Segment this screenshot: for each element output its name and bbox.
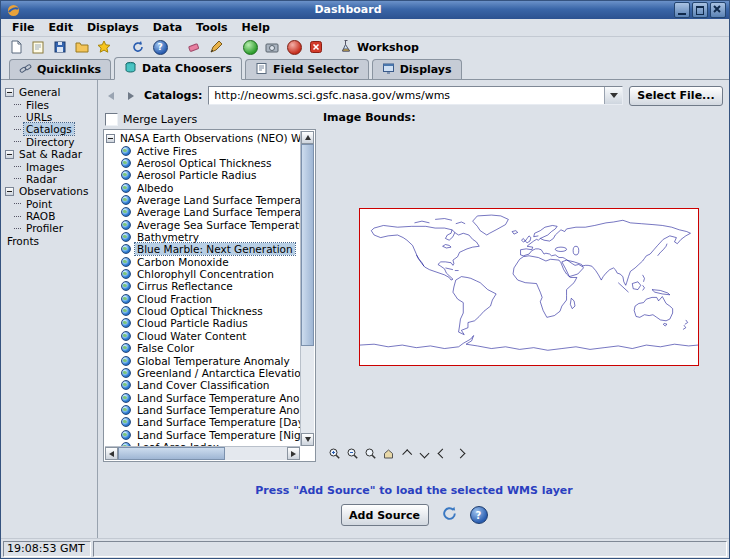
wms-layer-item[interactable]: Bathymetry — [106, 231, 300, 243]
sidebar-tree-item[interactable]: Fronts — [1, 235, 97, 247]
wms-layer-item[interactable]: Cloud Water Content — [106, 330, 300, 342]
wms-layer-item[interactable]: Aerosol Optical Thickness — [106, 157, 300, 169]
pan-right-icon[interactable] — [453, 446, 468, 461]
close-button[interactable] — [710, 2, 726, 18]
wms-layer-item[interactable]: Average Sea Surface Temperatur — [106, 219, 300, 231]
tree-branch-line — [14, 203, 21, 204]
sidebar-tree-item[interactable]: Directory — [1, 136, 97, 148]
combobox-dropdown-icon[interactable] — [604, 87, 622, 104]
wms-layer-item[interactable]: Land Surface Temperature Anom — [106, 391, 300, 403]
help-icon[interactable]: ? — [151, 38, 169, 56]
save-icon[interactable] — [51, 38, 69, 56]
wms-layer-item[interactable]: Average Land Surface Temperatu — [106, 194, 300, 206]
scroll-left-icon[interactable] — [105, 447, 118, 460]
tab-field-selector[interactable]: Field Selector — [245, 59, 369, 79]
favorites-star-icon[interactable] — [95, 38, 113, 56]
wms-layer-item[interactable]: Chlorophyll Concentration — [106, 268, 300, 280]
record-green-icon[interactable] — [241, 38, 259, 56]
eraser-icon[interactable] — [185, 38, 203, 56]
tree-toggle-icon[interactable] — [5, 88, 14, 97]
sidebar-tree-item[interactable]: Catalogs — [1, 123, 97, 135]
stop-icon[interactable] — [307, 38, 325, 56]
wms-layer-item[interactable]: Land Surface Temperature Anom — [106, 404, 300, 416]
menu-item[interactable]: Edit — [42, 20, 80, 35]
wms-layer-item[interactable]: Albedo — [106, 182, 300, 194]
sidebar-tree-item[interactable]: Profiler — [1, 222, 97, 234]
add-source-button[interactable]: Add Source — [341, 504, 429, 526]
wms-layer-item[interactable]: Active Fires — [106, 145, 300, 157]
wms-layer-item[interactable]: Land Cover Classification — [106, 379, 300, 391]
wms-layer-item[interactable]: Global Temperature Anomaly — [106, 354, 300, 366]
menu-item[interactable]: Tools — [189, 20, 234, 35]
menu-item[interactable]: Data — [146, 20, 189, 35]
sidebar-tree-item[interactable]: Sat & Radar — [1, 148, 97, 160]
open-folder-icon[interactable] — [73, 38, 91, 56]
sidebar-tree-item[interactable]: RAOB — [1, 210, 97, 222]
title-bar[interactable]: Dashboard — [1, 1, 729, 19]
sidebar-tree-item[interactable]: Observations — [1, 185, 97, 197]
record-red-icon[interactable] — [285, 38, 303, 56]
wms-layer-item[interactable]: Aerosol Particle Radius — [106, 169, 300, 181]
history-back-icon[interactable] — [104, 89, 118, 103]
sidebar-tree-item[interactable]: Images — [1, 160, 97, 172]
wms-layer-item[interactable]: Carbon Monoxide — [106, 256, 300, 268]
scrollbar-thumb[interactable] — [301, 144, 314, 346]
layers-root-node[interactable]: NASA Earth Observations (NEO) WMS — [106, 132, 300, 145]
sidebar-tree-item[interactable]: Radar — [1, 173, 97, 185]
zoom-in-icon[interactable] — [327, 446, 342, 461]
sidebar-item-label: Images — [24, 161, 66, 173]
pencil-icon[interactable] — [207, 38, 225, 56]
help-icon[interactable]: ? — [470, 506, 488, 524]
zoom-out-icon[interactable] — [345, 446, 360, 461]
wms-layer-item[interactable]: Cirrus Reflectance — [106, 280, 300, 292]
wms-layer-item[interactable]: Cloud Optical Thickness — [106, 305, 300, 317]
tab-data-choosers[interactable]: Data Choosers — [114, 57, 242, 80]
menu-item[interactable]: Help — [235, 20, 277, 35]
scrollbar-thumb[interactable] — [118, 447, 225, 460]
sidebar-tree-item[interactable]: Point — [1, 198, 97, 210]
sidebar-tree-item[interactable]: Files — [1, 98, 97, 110]
zoom-reset-icon[interactable] — [363, 446, 378, 461]
tab-quicklinks[interactable]: Quicklinks — [9, 59, 111, 79]
pan-down-icon[interactable] — [417, 446, 432, 461]
merge-layers-checkbox[interactable] — [105, 113, 118, 126]
wms-layer-item[interactable]: Greenland / Antarctica Elevation — [106, 367, 300, 379]
tree-toggle-icon[interactable] — [5, 187, 14, 196]
select-file-button[interactable]: Select File... — [629, 86, 723, 106]
tab-displays[interactable]: Displays — [372, 59, 462, 79]
scroll-up-icon[interactable] — [301, 131, 314, 144]
scroll-down-icon[interactable] — [301, 433, 314, 446]
sidebar-tree-item[interactable]: URLs — [1, 111, 97, 123]
wms-layer-item[interactable]: Cloud Fraction — [106, 293, 300, 305]
wms-layer-item[interactable]: Blue Marble: Next Generation — [106, 243, 300, 255]
tree-toggle-icon[interactable] — [106, 134, 115, 143]
pan-up-icon[interactable] — [399, 446, 414, 461]
minimize-button[interactable] — [674, 2, 690, 18]
snapshot-camera-icon[interactable] — [263, 38, 281, 56]
horizontal-scrollbar[interactable] — [105, 446, 300, 460]
undo-icon[interactable] — [129, 38, 147, 56]
catalog-url-value[interactable]: http://neowms.sci.gsfc.nasa.gov/wms/wms — [209, 89, 604, 102]
edit-notepad-icon[interactable] — [29, 38, 47, 56]
scroll-right-icon[interactable] — [287, 447, 300, 460]
menu-item[interactable]: Displays — [80, 20, 146, 35]
menu-item[interactable]: File — [5, 20, 42, 35]
maximize-button[interactable] — [692, 2, 708, 18]
new-document-icon[interactable] — [7, 38, 25, 56]
pan-left-icon[interactable] — [435, 446, 450, 461]
vertical-scrollbar[interactable] — [300, 131, 314, 446]
wms-layer-item[interactable]: Average Land Surface Temperatu — [106, 206, 300, 218]
image-bounds-map[interactable] — [359, 208, 699, 366]
tree-toggle-icon[interactable] — [5, 150, 14, 159]
wms-layer-item[interactable]: Cloud Particle Radius — [106, 317, 300, 329]
sidebar-tree-item[interactable]: General — [1, 86, 97, 98]
refresh-icon[interactable] — [441, 505, 458, 525]
wms-layer-item[interactable]: Land Surface Temperature [Day] — [106, 416, 300, 428]
layer-label: Aerosol Particle Radius — [135, 169, 258, 181]
wms-layer-item[interactable]: Land Surface Temperature [Night — [106, 428, 300, 440]
catalog-url-combobox[interactable]: http://neowms.sci.gsfc.nasa.gov/wms/wms — [208, 86, 623, 105]
workshop-button[interactable]: Workshop — [339, 39, 419, 56]
wms-layer-item[interactable]: False Color — [106, 342, 300, 354]
history-forward-icon[interactable] — [124, 89, 138, 103]
home-icon[interactable] — [381, 446, 396, 461]
